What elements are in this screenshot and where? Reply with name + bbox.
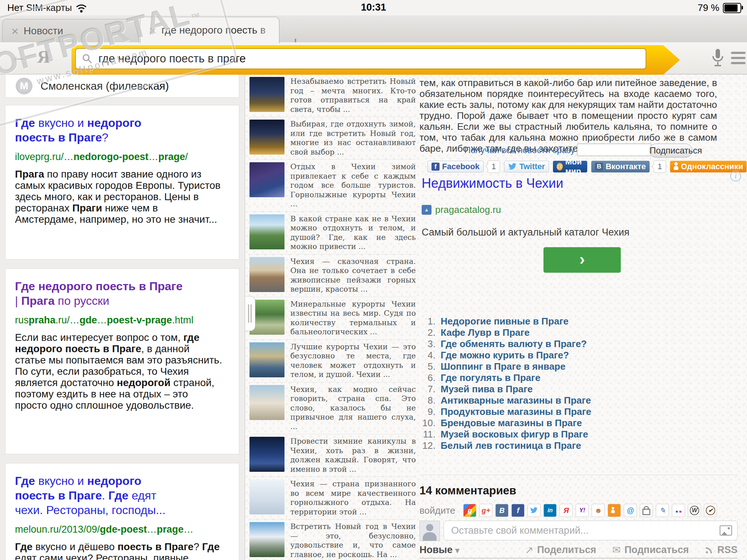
article-thumbnail [249, 257, 285, 292]
list-item: Где можно курить в Праге? [419, 350, 733, 361]
topic-link[interactable]: Музей восковых фигур в Праге [441, 429, 588, 440]
rss-link[interactable]: RSS [705, 544, 738, 556]
list-item[interactable]: Незабываемо встретить Новый год – мечта … [249, 74, 416, 117]
googleplus-login-icon[interactable]: g+ [479, 504, 492, 517]
yandex-login-icon[interactable]: Я [560, 504, 573, 517]
topic-link[interactable]: Где обменять валюту в Праге? [441, 338, 587, 349]
search-icon [82, 53, 93, 64]
list-item[interactable]: Лучшие курорты Чехии — это безусловно те… [249, 340, 416, 382]
comments-footer-row: Новые ▾ ↗Поделиться ✉Подписаться RSS [419, 544, 738, 556]
article-thumbnail [249, 342, 285, 377]
topic-link[interactable]: Музей пива в Праге [441, 384, 533, 394]
attach-image-icon[interactable] [720, 525, 732, 536]
odnoklassniki-icon [674, 162, 678, 171]
comments-count: 14 комментариев [419, 484, 516, 497]
article-thumbnail [249, 479, 285, 514]
article-thumbnail [249, 385, 285, 420]
email-subscribe-row: Получай все новости сразу на свой email:… [419, 144, 738, 158]
menu-icon[interactable] [731, 52, 746, 67]
article-thumbnail [249, 522, 285, 557]
facebook-login-icon[interactable]: f [511, 504, 525, 517]
list-item: Кафе Лувр в Праге [419, 327, 733, 338]
list-item[interactable]: Провести зимние каникулы в Чехии, хоть р… [249, 434, 416, 477]
yandex-logo[interactable]: Я [37, 47, 50, 67]
verified-check-icon[interactable]: ✔ [704, 504, 717, 517]
search-result-2: Где недорого поесть в Праге| Прага по ру… [5, 268, 239, 454]
sort-dropdown[interactable]: Новые ▾ [419, 544, 459, 556]
subscribe-button[interactable]: Подписаться [649, 144, 692, 158]
google-login-icon[interactable]: g [463, 504, 476, 517]
list-item[interactable]: Выбирая, где отдохнуть зимой, или где вс… [249, 117, 416, 160]
email-input[interactable] [577, 144, 651, 156]
article-thumbnail [249, 162, 285, 197]
back-button[interactable]: ← [10, 46, 28, 66]
facebook-share-count: 1 [488, 160, 500, 173]
panel-drag-handle[interactable] [245, 296, 255, 331]
chevron-right-icon: › [580, 250, 585, 268]
list-item[interactable]: Чехия — сказочная страна. Она не только … [249, 254, 416, 297]
facebook-share-button[interactable]: fFacebook [427, 161, 484, 172]
list-item[interactable]: В какой стране как не в Чехии можно отдо… [249, 212, 416, 254]
tab-current-search[interactable]: × где недорого поесть в [140, 17, 279, 43]
ad-url[interactable]: pragacatalog.ru [435, 204, 501, 215]
list-item[interactable]: Встретить Новый год в Чехии — это, безус… [249, 520, 416, 560]
topic-link[interactable]: Где можно курить в Праге? [441, 350, 569, 361]
close-icon[interactable]: × [11, 25, 19, 37]
result-title-link[interactable]: Где вкусно и недорогопоесть в Праге. Где… [15, 474, 222, 517]
moimir-icon: @ [557, 163, 563, 171]
share-link[interactable]: ↗Поделиться [525, 544, 596, 556]
metro-suggest-row[interactable]: М Смоленская (филевская) [5, 74, 239, 98]
search-field[interactable] [75, 48, 646, 69]
topic-link[interactable]: Брендовые магазины в Праге [441, 417, 582, 428]
article-thumbnail [249, 214, 285, 249]
subscribe-link[interactable]: ✉Подписаться [612, 544, 689, 556]
linkedin-login-icon[interactable]: in [543, 504, 557, 517]
user-globe-login-icon[interactable]: ☻ [592, 504, 605, 517]
list-item: Где погулять в Праге [419, 372, 733, 384]
tab-news[interactable]: × Новости [2, 19, 139, 42]
flickr-login-icon[interactable] [672, 504, 685, 517]
topic-link[interactable]: Кафе Лувр в Праге [441, 327, 530, 338]
ad-info-icon[interactable]: i [730, 171, 741, 182]
ad-title-link[interactable]: Недвижимость в Чехии [422, 176, 563, 191]
result-title-link-visited[interactable]: Где недорого поесть в Праге| Прага по ру… [15, 279, 222, 308]
result-url: ruspraha.ru/…gde…poest-v-prage.html [15, 315, 222, 326]
metro-icon: М [16, 78, 32, 94]
list-item[interactable]: Чехия — страна признанного во всем мире … [249, 477, 416, 520]
microphone-icon[interactable] [711, 48, 724, 70]
result-title-link[interactable]: Где вкусно и недорогопоесть в Праге? [15, 116, 222, 145]
topic-link[interactable]: Белый лев гостиница в Праге [441, 440, 581, 451]
comment-compose-row [419, 521, 738, 541]
social-share-row: fFacebook 1 Twitter @Мой мир ВВконтакте … [427, 160, 747, 173]
ad-url-row: ▲ pragacatalog.ru [422, 204, 501, 215]
list-item[interactable]: Минеральные курорты Чехии известны на ве… [249, 297, 416, 340]
topic-link[interactable]: Где погулять в Праге [441, 372, 541, 383]
list-item[interactable]: Отдых в Чехии зимой привлекает к себе с … [249, 160, 416, 212]
battery-percent: 79 % [698, 2, 719, 13]
vk-login-icon[interactable]: В [495, 504, 508, 517]
topic-link[interactable]: Продуктовые магазины в Праге [441, 406, 591, 417]
moimir-share-button[interactable]: @Мой мир [553, 161, 587, 172]
topic-link[interactable]: Антикварные магазины в Праге [441, 395, 591, 406]
yahoo-login-icon[interactable]: Y! [576, 504, 589, 517]
search-input[interactable] [98, 52, 624, 66]
livejournal-pencil-icon[interactable]: ✎ [656, 504, 669, 517]
odnoklassniki-login-icon[interactable] [608, 504, 621, 517]
topic-link[interactable]: Недорогие пивные в Праге [441, 316, 569, 327]
close-icon[interactable]: × [149, 24, 156, 36]
comment-input[interactable] [444, 525, 720, 536]
search-result-3: Где вкусно и недорогопоесть в Праге. Где… [5, 463, 239, 560]
list-item: Недорогие пивные в Праге [419, 316, 733, 327]
topic-link[interactable]: Шоппинг в Праге в январе [441, 361, 565, 372]
ad-cta-button[interactable]: › [543, 247, 621, 273]
list-item[interactable]: Чехия, как модно сейчас говорить, страна… [249, 382, 416, 435]
vkontakte-share-button[interactable]: ВВконтакте [591, 161, 649, 172]
wordpress-login-icon[interactable]: W [688, 504, 701, 517]
twitter-share-button[interactable]: Twitter [504, 161, 549, 172]
avatar [419, 521, 440, 541]
mailru-login-icon[interactable]: @ [624, 504, 637, 517]
openid-lock-icon[interactable] [640, 504, 653, 517]
envelope-icon: ✉ [612, 544, 620, 556]
twitter-login-icon[interactable] [527, 504, 541, 517]
list-item: Антикварные магазины в Праге [419, 395, 733, 406]
